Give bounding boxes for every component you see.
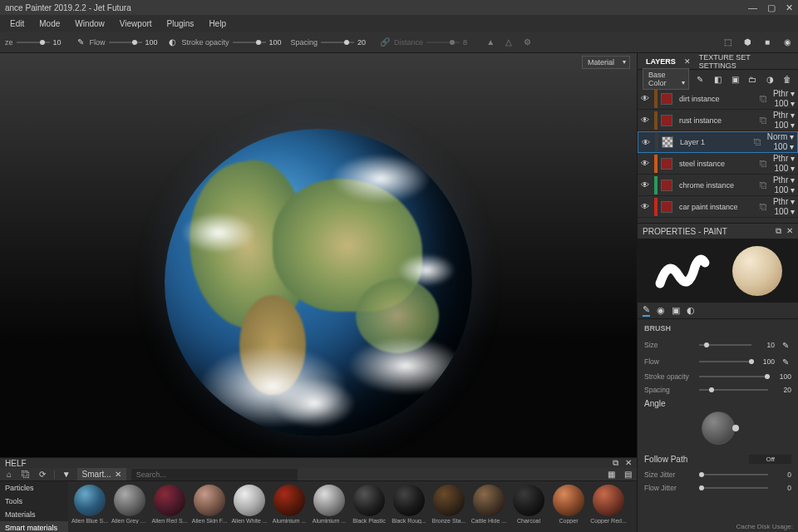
brush-size-slider[interactable] (699, 344, 751, 346)
camera-icon[interactable]: ■ (761, 37, 773, 48)
visibility-icon[interactable]: 👁 (641, 202, 651, 211)
duplicate-icon[interactable]: ⿻ (760, 203, 770, 211)
follow-path-toggle[interactable]: Off (749, 455, 791, 464)
window-title: ance Painter 2019.2.2 - Jet Futura (5, 3, 131, 12)
layer-row[interactable]: 👁 dirt instance ⿻ Pthr ▾100 ▾ (638, 88, 798, 110)
mask-icon[interactable]: ◧ (712, 73, 723, 85)
visibility-icon[interactable]: 👁 (641, 116, 651, 125)
brush-opacity-row: Stroke opacity100 (644, 372, 791, 381)
minimize-button[interactable]: — (748, 2, 757, 13)
material-thumb[interactable]: Copper Red... (590, 485, 627, 524)
triangle-icon[interactable]: △ (503, 37, 515, 48)
material-thumb[interactable]: Alien Blue S... (71, 485, 108, 524)
undock-shelf-icon[interactable]: ⧉ (613, 458, 618, 468)
brush-opacity-slider[interactable] (699, 376, 768, 377)
material-thumb[interactable]: Black Roug... (391, 485, 427, 524)
close-button[interactable]: ✕ (786, 2, 793, 13)
visibility-icon[interactable]: 👁 (641, 159, 651, 168)
layer-row[interactable]: 👁 steel instance ⿻ Pthr ▾100 ▾ (638, 153, 798, 175)
close-shelf-icon[interactable]: ✕ (625, 458, 632, 468)
material-thumb[interactable]: Aluminium ... (311, 485, 347, 524)
duplicate-icon[interactable]: ⿻ (760, 95, 770, 103)
pen-pressure-icon[interactable]: ✎ (780, 356, 791, 367)
shelf-tab[interactable]: Smart...✕ (77, 468, 126, 480)
menu-help[interactable]: Help (202, 17, 233, 30)
material-thumb[interactable]: Aluminium ... (271, 485, 308, 524)
shelf-category[interactable]: Particles (0, 481, 68, 495)
brush-spacing-slider[interactable] (699, 389, 768, 391)
folder-icon[interactable]: 🗀 (746, 73, 758, 85)
undock-icon[interactable]: ⧉ (776, 226, 781, 236)
material-thumb[interactable]: Charcoal (510, 485, 547, 524)
menu-mode[interactable]: Mode (32, 17, 66, 30)
duplicate-icon[interactable]: ⿻ (760, 116, 770, 125)
menu-edit[interactable]: Edit (3, 17, 31, 30)
size-jitter-slider[interactable] (699, 474, 768, 475)
material-thumb[interactable]: Alien Skin F... (191, 485, 228, 524)
shelf-search-input[interactable] (131, 469, 298, 480)
menu-plugins[interactable]: Plugins (160, 17, 201, 30)
visibility-icon[interactable]: 👁 (641, 94, 651, 103)
close-props-icon[interactable]: ✕ (786, 226, 793, 236)
layer-row[interactable]: 👁 chrome instance ⿻ Pthr ▾100 ▾ (638, 175, 798, 196)
snapshot-icon[interactable]: ◉ (781, 37, 793, 48)
material-thumb[interactable]: Cattle Hide ... (470, 485, 507, 524)
settings-icon[interactable]: ⚙ (521, 37, 533, 48)
material-thumb[interactable]: Alien Grey S... (111, 485, 148, 524)
visibility-icon[interactable]: 👁 (641, 180, 651, 190)
grid-large-icon[interactable]: ▤ (622, 469, 633, 480)
channel-dropdown[interactable]: Material (582, 56, 630, 69)
menu-viewport[interactable]: Viewport (113, 17, 159, 30)
layers-tab[interactable]: LAYERS (641, 56, 681, 67)
cube-icon[interactable]: ⬢ (741, 37, 753, 48)
layer-row[interactable]: 👁 car paint instance ⿻ Pthr ▾100 ▾ (638, 196, 798, 218)
distance-slider[interactable]: 🔗Distance8 (379, 37, 478, 48)
channel-select[interactable]: Base Color (643, 68, 689, 90)
spacing-slider[interactable]: Spacing20 (291, 38, 373, 47)
shelf-category[interactable]: Tools (0, 495, 68, 508)
stroke-opacity-slider[interactable]: ◐Stroke opacity100 (167, 37, 284, 48)
pen-pressure-icon[interactable]: ✎ (780, 339, 791, 351)
menu-window[interactable]: Window (68, 17, 111, 30)
grid-small-icon[interactable]: ▦ (605, 469, 617, 480)
layer-thumb (661, 201, 672, 213)
fx-icon[interactable]: ◑ (764, 73, 776, 85)
material-thumb[interactable]: Bronze Sta... (431, 485, 467, 524)
maximize-button[interactable]: ▢ (767, 2, 776, 13)
stencil-tab-icon[interactable]: ▣ (672, 305, 680, 316)
flow-slider[interactable]: ✎Flow100 (75, 37, 160, 48)
wand-icon[interactable]: ✎ (694, 73, 706, 85)
layer-row[interactable]: 👁 Layer 1 ⿻ Norm ▾100 ▾ (638, 131, 798, 153)
shelf-copy-icon[interactable]: ⿻ (20, 469, 32, 480)
texture-set-tab[interactable]: TEXTURE SET SETTINGS (694, 52, 795, 71)
size-slider[interactable]: ze10 (5, 38, 68, 47)
duplicate-icon[interactable]: ⿻ (760, 160, 770, 168)
duplicate-icon[interactable]: ⿻ (754, 138, 764, 146)
brush-tab-icon[interactable]: ✎ (643, 304, 650, 317)
material-tab-icon[interactable]: ◐ (687, 305, 695, 316)
duplicate-icon[interactable]: ⿻ (760, 181, 770, 190)
shelf-filter-icon[interactable]: ▼ (61, 469, 72, 480)
material-thumb[interactable]: Alien Red S... (151, 485, 188, 524)
shelf-home-icon[interactable]: ⌂ (3, 469, 15, 480)
trash-icon[interactable]: 🗑 (781, 73, 793, 85)
shelf-category[interactable]: Smart materials (0, 521, 68, 532)
flow-jitter-slider[interactable] (699, 487, 768, 489)
shelf-refresh-icon[interactable]: ⟳ (37, 469, 48, 480)
material-thumb[interactable]: Alien White ... (231, 485, 268, 524)
warning-icon[interactable]: ▲ (485, 37, 496, 48)
perspective-icon[interactable]: ⬚ (722, 37, 733, 48)
alpha-tab-icon[interactable]: ◉ (657, 305, 665, 316)
visibility-icon[interactable]: 👁 (642, 138, 652, 147)
close-layers-icon[interactable]: ✕ (684, 57, 691, 66)
material-thumb[interactable]: Copper (550, 485, 587, 524)
layer-row[interactable]: 👁 rust instance ⿻ Pthr ▾100 ▾ (638, 110, 798, 131)
brush-flow-slider[interactable] (699, 361, 751, 362)
close-tab-icon[interactable]: ✕ (115, 470, 121, 479)
earth-model[interactable] (165, 129, 472, 436)
angle-wheel[interactable] (702, 411, 735, 445)
menubar: EditModeWindowViewportPluginsHelp (0, 15, 798, 32)
bucket-icon[interactable]: ▣ (729, 73, 741, 85)
shelf-category[interactable]: Materials (0, 508, 68, 521)
material-thumb[interactable]: Black Plastic (351, 485, 387, 524)
